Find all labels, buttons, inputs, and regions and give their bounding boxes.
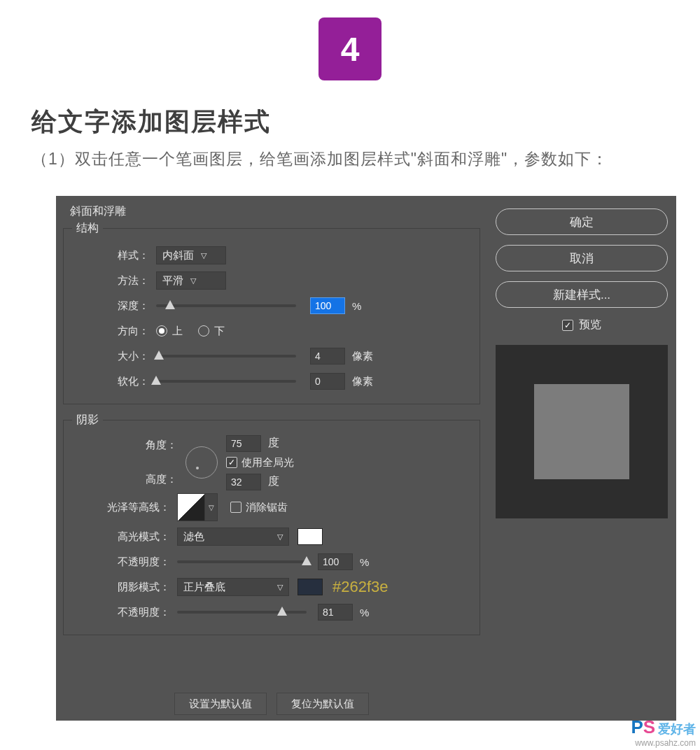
antialias-label: 消除锯齿 [246,501,288,514]
shadow-color-annotation: #262f3e [332,578,388,596]
angle-unit: 度 [268,436,279,451]
page-subtitle: （1）双击任意一个笔画图层，给笔画添加图层样式"斜面和浮雕"，参数如下： [31,148,608,170]
highlight-opacity-input[interactable]: 100 [318,553,353,570]
soften-input[interactable]: 0 [310,373,345,390]
highlight-opacity-slider[interactable] [177,560,307,563]
chevron-down-icon: ▽ [201,251,206,260]
structure-legend: 结构 [72,221,103,236]
watermark: PS 爱好者 www.psahz.com [631,716,696,749]
shadow-opacity-unit: % [360,607,369,618]
antialias-checkbox[interactable] [230,502,241,513]
technique-select[interactable]: 平滑▽ [156,271,226,290]
shadow-opacity-slider[interactable] [177,611,307,614]
direction-up-radio[interactable] [156,325,167,337]
chevron-down-icon: ▽ [277,532,283,542]
direction-down-label: 下 [214,325,225,338]
page-title: 给文字添加图层样式 [31,105,271,139]
size-unit: 像素 [352,350,373,363]
preview-checkbox[interactable]: ✓ [562,320,573,331]
highlight-opacity-unit: % [360,556,369,568]
soften-label: 软化： [72,375,156,388]
layer-style-dialog: 斜面和浮雕 结构 样式： 内斜面▽ 方法： 平滑▽ 深度： 100 [56,196,676,721]
shadow-opacity-input[interactable]: 81 [318,604,353,621]
bevel-emboss-title: 斜面和浮雕 [70,204,126,219]
highlight-mode-select[interactable]: 滤色▽ [177,528,289,546]
shadow-mode-label: 阴影模式： [72,581,177,594]
technique-label: 方法： [72,274,156,288]
altitude-unit: 度 [268,474,279,489]
gloss-contour-picker[interactable] [177,493,205,521]
direction-down-radio[interactable] [198,325,209,337]
size-input[interactable]: 4 [310,348,345,365]
direction-up-label: 上 [172,325,183,338]
depth-slider[interactable] [156,304,296,307]
cancel-button[interactable]: 取消 [496,245,668,271]
new-style-button[interactable]: 新建样式... [496,281,668,308]
altitude-input[interactable]: 32 [226,474,261,490]
make-default-button[interactable]: 设置为默认值 [174,693,267,715]
highlight-color-swatch[interactable] [298,528,323,545]
size-label: 大小： [72,350,156,363]
chevron-down-icon: ▽ [190,276,196,285]
shadow-color-swatch[interactable] [298,579,323,595]
style-select[interactable]: 内斜面▽ [156,246,226,264]
preview-panel [496,345,668,518]
chevron-down-icon: ▽ [277,583,283,592]
angle-label: 角度： [72,439,177,452]
global-light-label: 使用全局光 [241,456,294,469]
angle-dial[interactable] [186,446,218,479]
highlight-opacity-label: 不透明度： [72,556,177,569]
style-label: 样式： [72,249,156,262]
ok-button[interactable]: 确定 [496,208,668,235]
soften-slider[interactable] [156,380,296,383]
direction-label: 方向： [72,325,156,338]
depth-label: 深度： [72,299,156,313]
shading-legend: 阴影 [72,413,103,427]
depth-input[interactable]: 100 [310,297,345,314]
size-slider[interactable] [156,355,296,358]
soften-unit: 像素 [352,375,373,388]
shadow-mode-select[interactable]: 正片叠底▽ [177,578,289,596]
highlight-mode-label: 高光模式： [72,530,177,544]
step-badge: 4 [318,17,382,80]
shadow-opacity-label: 不透明度： [72,606,177,619]
global-light-checkbox[interactable]: ✓ [226,457,237,468]
contour-dropdown[interactable]: ▽ [205,493,218,521]
preview-swatch [534,384,629,479]
angle-input[interactable]: 75 [226,435,261,452]
depth-unit: % [352,300,361,312]
altitude-label: 高度： [72,473,177,486]
preview-label: 预览 [579,318,601,332]
contour-label: 光泽等高线： [72,501,177,514]
reset-default-button[interactable]: 复位为默认值 [276,693,369,715]
